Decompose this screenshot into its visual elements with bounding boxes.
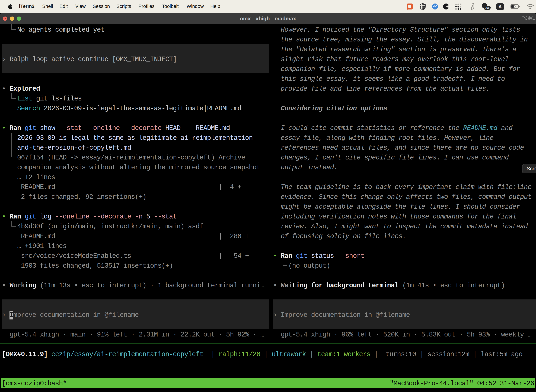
- svg-text:1: 1: [533, 15, 535, 20]
- svg-text:..61: ..61: [485, 6, 489, 9]
